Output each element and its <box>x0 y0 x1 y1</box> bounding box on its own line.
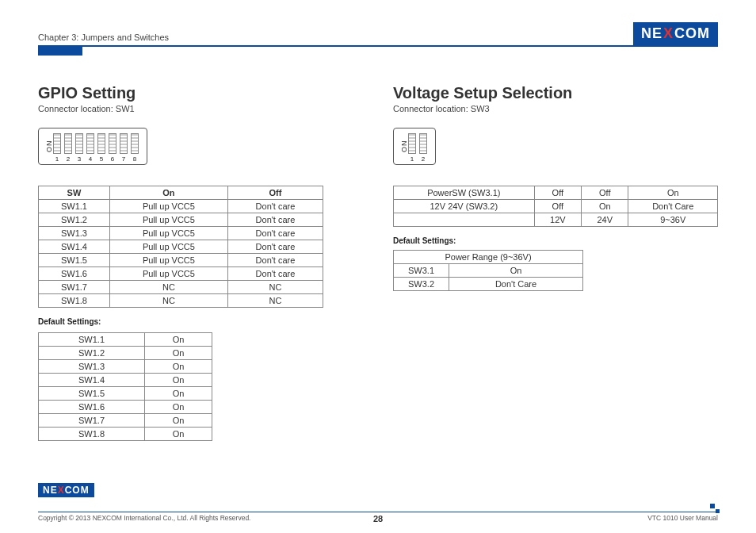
table-row: PowerSW (SW3.1)OffOffOn <box>394 186 718 200</box>
dip-slot <box>53 133 61 154</box>
content-columns: GPIO Setting Connector location: SW1 ON … <box>38 84 718 441</box>
cell-sw: SW1.3 <box>39 360 145 374</box>
cell-label: 12V 24V (SW3.2) <box>394 200 535 213</box>
table-row: SW1.1On <box>39 333 212 347</box>
footer-brand-logo: NEXCOM <box>38 483 94 497</box>
cell-val: On <box>145 428 212 441</box>
dip-number: 7 <box>122 155 125 163</box>
footer-decoration-icon <box>710 504 720 513</box>
cell-sw: SW1.7 <box>39 281 110 294</box>
dip-switch: 6 <box>109 133 116 163</box>
dip-switch: 1 <box>408 133 416 163</box>
cell-on: Pull up VCC5 <box>109 254 227 267</box>
dip-switch: 2 <box>64 133 72 163</box>
table-row: SW1.5Pull up VCC5Don't care <box>39 254 323 267</box>
dip-number: 6 <box>111 155 114 163</box>
cell-sw: SW1.3 <box>39 227 110 240</box>
manual-name: VTC 1010 User Manual <box>647 514 718 522</box>
cell-sw: SW1.1 <box>39 333 145 347</box>
gpio-dip-diagram: ON 12345678 <box>38 128 147 165</box>
cell-v2: Off <box>582 186 628 200</box>
dip-number: 5 <box>100 155 103 163</box>
cell-off: Don't care <box>228 227 323 240</box>
table-row: SW1.3On <box>39 360 212 374</box>
cell-sw: SW1.4 <box>39 240 110 254</box>
dip-number: 8 <box>133 155 136 163</box>
table-row: SW1.3Pull up VCC5Don't care <box>39 227 323 240</box>
cell-val: On <box>145 347 212 360</box>
cell-sw: SW1.5 <box>39 387 145 401</box>
table-row: SW1.2On <box>39 347 212 360</box>
cell-on: Pull up VCC5 <box>109 267 227 281</box>
cell-on: Pull up VCC5 <box>109 240 227 254</box>
table-row: SW1.7On <box>39 414 212 428</box>
th-off: Off <box>228 186 323 200</box>
voltage-default-table: Power Range (9~36V) SW3.1OnSW3.2Don't Ca… <box>393 250 583 291</box>
cell-v2: 24V <box>582 213 628 227</box>
voltage-default-header-cell: Power Range (9~36V) <box>394 251 583 264</box>
cell-on: NC <box>109 294 227 308</box>
table-row: SW1.6On <box>39 401 212 414</box>
voltage-default-label: Default Settings: <box>393 236 718 245</box>
brand-pre: NE <box>43 485 58 496</box>
dip-slot <box>109 133 116 154</box>
cell-val: On <box>145 360 212 374</box>
gpio-default-table: SW1.1OnSW1.2OnSW1.3OnSW1.4OnSW1.5OnSW1.6… <box>38 332 212 441</box>
cell-val: On <box>145 387 212 401</box>
dip-switch: 8 <box>131 133 139 163</box>
cell-sw: SW1.6 <box>39 401 145 414</box>
gpio-title: GPIO Setting <box>38 84 361 102</box>
cell-v2: On <box>582 200 628 213</box>
table-row: SW1.7NCNC <box>39 281 323 294</box>
dip-number: 1 <box>55 155 59 163</box>
table-row: SW1.4Pull up VCC5Don't care <box>39 240 323 254</box>
copyright-text: Copyright © 2013 NEXCOM International Co… <box>38 514 250 522</box>
dip-slot <box>75 133 83 154</box>
cell-sw: SW3.1 <box>394 264 449 278</box>
cell-off: Don't care <box>228 254 323 267</box>
dip-slot <box>97 133 105 154</box>
dip-number: 1 <box>410 155 414 163</box>
dip-number: 4 <box>89 155 92 163</box>
gpio-default-label: Default Settings: <box>38 317 361 326</box>
dip-number: 3 <box>78 155 81 163</box>
dip-switch: 3 <box>75 133 83 163</box>
voltage-title: Voltage Setup Selection <box>393 84 718 102</box>
cell-off: NC <box>228 294 323 308</box>
brand-pre: NE <box>641 25 662 42</box>
brand-logo: NEXCOM <box>633 22 718 45</box>
voltage-dip-diagram: ON 12 <box>393 128 436 165</box>
cell-val: On <box>449 264 583 278</box>
table-row: 12V 24V (SW3.2)OffOnDon't Care <box>394 200 718 213</box>
cell-off: Don't care <box>228 200 323 213</box>
table-row: SW1.5On <box>39 387 212 401</box>
cell-sw: SW1.8 <box>39 294 110 308</box>
cell-val: On <box>145 333 212 347</box>
gpio-subtitle: Connector location: SW1 <box>38 104 361 113</box>
brand-post: COM <box>674 25 710 42</box>
cell-sw: SW1.7 <box>39 414 145 428</box>
cell-v3: On <box>628 186 718 200</box>
cell-off: NC <box>228 281 323 294</box>
dip-switch: 7 <box>120 133 128 163</box>
cell-sw: SW1.1 <box>39 200 110 213</box>
chapter-label: Chapter 3: Jumpers and Switches <box>38 33 169 45</box>
cell-on: NC <box>109 281 227 294</box>
voltage-table: PowerSW (SW3.1)OffOffOn12V 24V (SW3.2)Of… <box>393 186 718 227</box>
dip-slot <box>408 133 416 154</box>
cell-off: Don't care <box>228 240 323 254</box>
table-row: SW1.1Pull up VCC5Don't care <box>39 200 323 213</box>
brand-x: X <box>663 25 674 42</box>
cell-label <box>394 213 535 227</box>
dip-switch: 4 <box>86 133 94 163</box>
th-on: On <box>109 186 227 200</box>
dip-number: 2 <box>422 155 425 163</box>
dip-switch: 5 <box>97 133 105 163</box>
voltage-column: Voltage Setup Selection Connector locati… <box>393 84 718 441</box>
page-footer: NEXCOM Copyright © 2013 NEXCOM Internati… <box>38 497 718 522</box>
gpio-table: SW On Off SW1.1Pull up VCC5Don't careSW1… <box>38 186 323 308</box>
cell-v1: Off <box>534 200 581 213</box>
cell-v3: 9~36V <box>628 213 718 227</box>
th-sw: SW <box>39 186 110 200</box>
cell-sw: SW1.5 <box>39 254 110 267</box>
